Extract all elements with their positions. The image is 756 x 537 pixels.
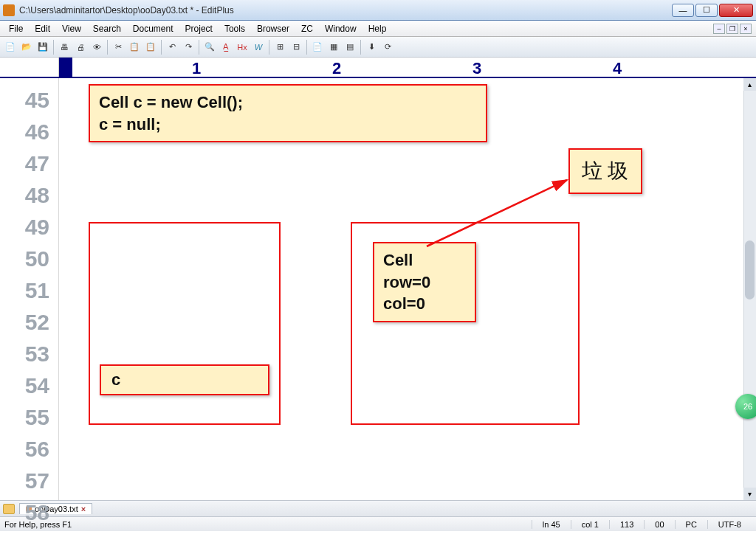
line-number: 58 xyxy=(0,496,58,528)
tb-redo-icon[interactable]: ↷ xyxy=(181,40,196,55)
ruler-mark-2: 2 xyxy=(332,59,341,78)
tb-hex-icon[interactable]: Hx xyxy=(235,40,250,55)
vertical-scrollbar[interactable]: ▴ ▾ xyxy=(743,78,756,500)
status-bar: For Help, press F1 ln 45 col 1 113 00 PC… xyxy=(0,516,756,531)
tb-find-icon[interactable]: 🔍 xyxy=(202,40,217,55)
toolbar-separator xyxy=(199,40,199,55)
tb-panel-icon[interactable]: ▤ xyxy=(343,40,357,55)
mdi-restore-button[interactable]: ❐ xyxy=(726,24,738,34)
scroll-down-icon[interactable]: ▾ xyxy=(743,488,756,500)
tb-down-icon[interactable]: ⬇ xyxy=(364,40,379,55)
line-number: 54 xyxy=(0,370,58,401)
menu-document[interactable]: Document xyxy=(127,22,179,35)
status-encoding: UTF-8 xyxy=(707,520,752,529)
toolbar-separator xyxy=(107,40,108,55)
line-number: 49 xyxy=(0,211,58,243)
minimize-button[interactable]: — xyxy=(672,4,694,17)
tb-paste-icon[interactable]: 📋 xyxy=(143,40,158,55)
ruler-mark-1: 1 xyxy=(192,59,201,78)
line-number: 45 xyxy=(0,84,58,116)
status-a: 113 xyxy=(609,520,644,529)
tb-copy-icon[interactable]: 📋 xyxy=(127,40,142,55)
toolbar-separator xyxy=(161,40,162,55)
toolbar-separator xyxy=(306,40,307,55)
line-number: 51 xyxy=(0,274,58,306)
tb-preview-icon[interactable]: 👁 xyxy=(89,40,104,55)
ruler-mark-4: 4 xyxy=(613,59,622,78)
annotation-code-box: Cell c = new Cell(); c = null; xyxy=(89,84,487,142)
status-platform: PC xyxy=(675,520,707,529)
status-hint: For Help, press F1 xyxy=(4,520,532,529)
toolbar-separator xyxy=(360,40,361,55)
editor: 45 46 47 48 49 50 51 52 53 54 55 56 57 5… xyxy=(0,78,756,500)
mdi-close-button[interactable]: × xyxy=(740,24,752,34)
caret-indicator-icon xyxy=(59,89,65,97)
line-number: 57 xyxy=(0,465,58,496)
status-b: 00 xyxy=(644,520,674,529)
ruler: 1 2 3 4 xyxy=(0,58,756,78)
status-col: col 1 xyxy=(571,520,609,529)
tb-save-icon[interactable]: 💾 xyxy=(35,40,50,55)
menu-tools[interactable]: Tools xyxy=(219,22,251,35)
tb-wrap-icon[interactable]: W xyxy=(251,40,266,55)
app-icon xyxy=(3,4,15,16)
line-number: 55 xyxy=(0,401,58,433)
toolbar-separator xyxy=(269,40,269,55)
line-number: 47 xyxy=(0,148,58,179)
floating-badge[interactable]: 26 xyxy=(735,394,756,419)
ruler-gutter xyxy=(0,58,59,77)
mdi-controls: – ❐ × xyxy=(713,24,753,34)
document-tab-bar: ooDay03.txt × xyxy=(0,500,756,516)
menu-edit[interactable]: Edit xyxy=(29,22,56,35)
line-number: 56 xyxy=(0,433,58,465)
toolbar-separator xyxy=(53,40,54,55)
tb-tile-icon[interactable]: ⊞ xyxy=(272,40,287,55)
tb-undo-icon[interactable]: ↶ xyxy=(165,40,179,55)
line-number: 46 xyxy=(0,116,58,148)
line-number-gutter: 45 46 47 48 49 50 51 52 53 54 55 56 57 5… xyxy=(0,78,59,500)
menu-search[interactable]: Search xyxy=(87,22,127,35)
tb-print-icon[interactable]: 🖶 xyxy=(57,40,72,55)
menu-bar: File Edit View Search Document Project T… xyxy=(0,21,756,37)
menu-project[interactable]: Project xyxy=(179,22,219,35)
tb-grid-icon[interactable]: ▦ xyxy=(326,40,341,55)
close-button[interactable]: ✕ xyxy=(719,4,753,17)
menu-file[interactable]: File xyxy=(3,22,29,35)
scroll-up-icon[interactable]: ▴ xyxy=(743,78,756,91)
ruler-scale: 1 2 3 4 xyxy=(59,58,756,77)
tb-refresh-icon[interactable]: ⟳ xyxy=(380,40,395,55)
window-controls: — ☐ ✕ xyxy=(672,4,753,17)
line-number: 50 xyxy=(0,243,58,274)
line-number: 48 xyxy=(0,179,58,211)
scroll-thumb[interactable] xyxy=(745,240,755,299)
line-number: 52 xyxy=(0,306,58,338)
tab-close-icon[interactable]: × xyxy=(81,505,86,513)
annotation-object-box: Cell row=0 col=0 xyxy=(373,242,476,322)
tb-tile2-icon[interactable]: ⊟ xyxy=(289,40,303,55)
tb-new-icon[interactable]: 📄 xyxy=(3,40,18,55)
tb-font-icon[interactable]: A̲ xyxy=(219,40,233,55)
menu-zc[interactable]: ZC xyxy=(295,22,319,35)
tb-open-icon[interactable]: 📂 xyxy=(19,40,34,55)
tb-cut-icon[interactable]: ✂ xyxy=(111,40,126,55)
menu-help[interactable]: Help xyxy=(362,22,393,35)
window-title: C:\Users\adminitartor\Desktop\ooDay03.tx… xyxy=(19,5,672,15)
menu-view[interactable]: View xyxy=(56,22,87,35)
toolbar: 📄 📂 💾 🖶 🖨 👁 ✂ 📋 📋 ↶ ↷ 🔍 A̲ Hx W ⊞ ⊟ 📄 ▦ … xyxy=(0,37,756,58)
annotation-garbage-label: 垃 圾 xyxy=(568,148,642,194)
tb-printpreview-icon[interactable]: 🖨 xyxy=(73,40,88,55)
editor-canvas[interactable]: Cell c = new Cell(); c = null; c Cell ro… xyxy=(59,78,756,500)
menu-window[interactable]: Window xyxy=(319,22,362,35)
ruler-mark-3: 3 xyxy=(472,59,481,78)
annotation-var-box: c xyxy=(100,364,269,395)
line-number: 53 xyxy=(0,338,58,370)
tb-doc-icon[interactable]: 📄 xyxy=(310,40,325,55)
maximize-button[interactable]: ☐ xyxy=(695,4,718,17)
menu-browser[interactable]: Browser xyxy=(251,22,295,35)
mdi-minimize-button[interactable]: – xyxy=(713,24,725,34)
title-bar: C:\Users\adminitartor\Desktop\ooDay03.tx… xyxy=(0,0,756,21)
status-line: ln 45 xyxy=(532,520,571,529)
